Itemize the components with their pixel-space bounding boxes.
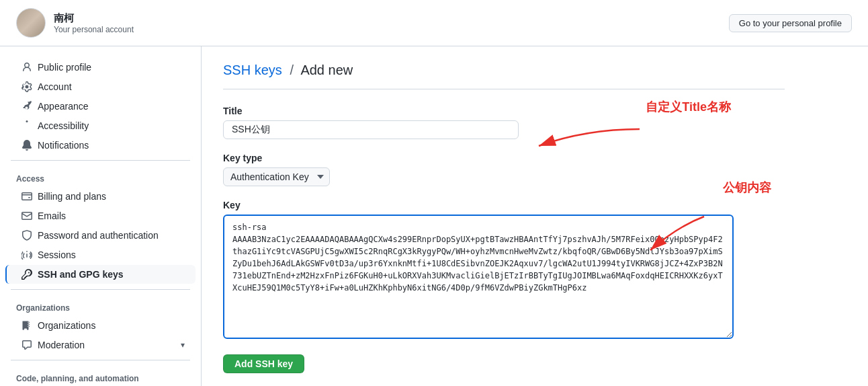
top-bar: 南柯 Your personal account Go to your pers… xyxy=(0,0,868,46)
sidebar-section-organizations: Organizations xyxy=(0,295,201,315)
sidebar-item-public-profile[interactable]: Public profile xyxy=(5,58,196,77)
top-bar-left: 南柯 Your personal account xyxy=(16,8,134,38)
title-input[interactable] xyxy=(223,120,519,139)
sidebar-label-public-profile: Public profile xyxy=(38,62,91,73)
add-ssh-key-button[interactable]: Add SSH key xyxy=(223,354,304,373)
sidebar-divider-1 xyxy=(11,160,190,161)
breadcrumb-separator: / xyxy=(290,63,294,77)
title-section: Title 自定义Title名称 xyxy=(223,106,785,139)
sidebar-divider-3 xyxy=(11,360,190,360)
gear-icon xyxy=(21,81,32,92)
chevron-down-icon: ▾ xyxy=(181,340,185,350)
sidebar-item-notifications[interactable]: Notifications xyxy=(5,136,196,155)
sidebar-item-account[interactable]: Account xyxy=(5,77,196,96)
sidebar-label-moderation: Moderation xyxy=(38,340,85,350)
sidebar-label-accessibility: Accessibility xyxy=(38,120,89,131)
key-section: Key ssh-rsa AAAAB3NzaC1yc2EAAAADAQABAAAg… xyxy=(223,200,785,341)
page-layout: Public profile Account Appearance Access… xyxy=(0,46,868,386)
key-type-section: Key type Authentication Key Signing Key xyxy=(223,153,785,186)
sidebar-item-password[interactable]: Password and authentication xyxy=(5,226,196,245)
sidebar-item-moderation[interactable]: Moderation ▾ xyxy=(5,336,196,354)
creditcard-icon xyxy=(21,191,32,202)
bell-icon xyxy=(21,140,32,151)
key-type-label: Key type xyxy=(223,153,785,163)
breadcrumb-link[interactable]: SSH keys xyxy=(223,63,282,77)
title-label: Title xyxy=(223,106,785,116)
sidebar-item-sessions[interactable]: Sessions xyxy=(5,245,196,264)
user-subtitle: Your personal account xyxy=(54,25,134,34)
sidebar-section-access: Access xyxy=(0,166,201,186)
key-type-select[interactable]: Authentication Key Signing Key xyxy=(223,167,330,186)
sidebar-item-accessibility[interactable]: Accessibility xyxy=(5,116,196,135)
sidebar-label-appearance: Appearance xyxy=(38,101,89,112)
sidebar-label-password: Password and authentication xyxy=(38,230,159,241)
organization-icon xyxy=(21,320,32,331)
avatar xyxy=(16,8,46,38)
sidebar-item-emails[interactable]: Emails xyxy=(5,206,196,225)
accessibility-icon xyxy=(21,120,32,131)
sidebar-label-account: Account xyxy=(38,81,72,92)
sidebar-label-ssh-gpg: SSH and GPG keys xyxy=(38,269,124,280)
page-header: SSH keys / Add new xyxy=(223,63,785,89)
user-info: 南柯 Your personal account xyxy=(54,12,134,34)
paintbrush-icon xyxy=(21,101,32,112)
sidebar: Public profile Account Appearance Access… xyxy=(0,46,202,386)
username: 南柯 xyxy=(54,12,134,25)
sidebar-label-organizations: Organizations xyxy=(38,320,95,331)
sidebar-item-organizations[interactable]: Organizations xyxy=(5,316,196,335)
sidebar-label-notifications: Notifications xyxy=(38,140,89,151)
shield-icon xyxy=(21,230,32,241)
sidebar-label-emails: Emails xyxy=(38,210,66,221)
broadcast-icon xyxy=(21,249,32,260)
sidebar-item-ssh-gpg[interactable]: SSH and GPG keys xyxy=(5,265,196,284)
sidebar-divider-2 xyxy=(11,289,190,290)
comment-icon xyxy=(21,340,32,350)
page-title: SSH keys / Add new xyxy=(223,63,353,78)
sidebar-label-billing: Billing and plans xyxy=(38,191,106,202)
sidebar-label-sessions: Sessions xyxy=(38,249,76,260)
main-content: SSH keys / Add new Title 自定义Title名称 xyxy=(202,46,806,386)
go-to-profile-button[interactable]: Go to your personal profile xyxy=(729,14,852,32)
breadcrumb-current: Add new xyxy=(300,63,353,77)
sidebar-item-billing[interactable]: Billing and plans xyxy=(5,187,196,206)
key-icon xyxy=(21,269,32,280)
sidebar-item-appearance[interactable]: Appearance xyxy=(5,97,196,116)
key-label: Key xyxy=(223,200,785,210)
mail-icon xyxy=(21,210,32,221)
sidebar-section-code: Code, planning, and automation xyxy=(0,366,201,386)
key-textarea[interactable]: ssh-rsa AAAAB3NzaC1yc2EAAAADAQABAAAgQCXw… xyxy=(223,215,734,339)
person-icon xyxy=(21,62,32,73)
